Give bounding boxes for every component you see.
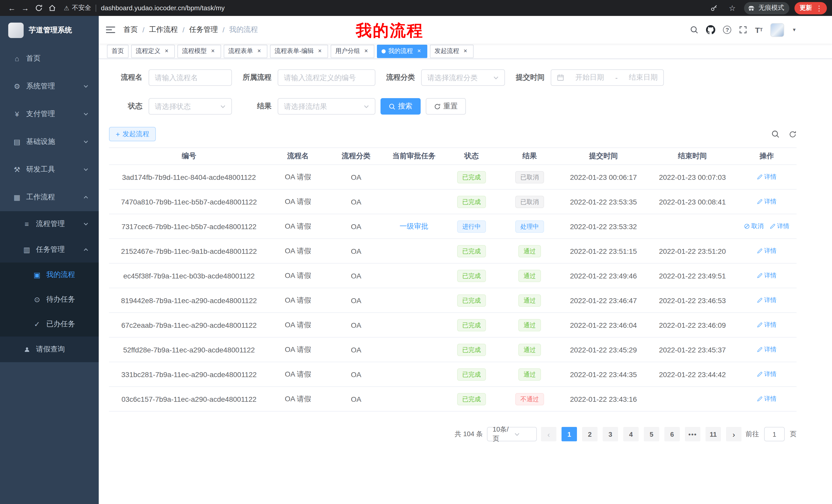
prev-page-button[interactable]: ‹ — [541, 427, 556, 441]
row-actions: 详情 — [737, 313, 797, 337]
caret-down-icon[interactable]: ▼ — [792, 27, 797, 32]
hamburger-icon[interactable] — [106, 26, 115, 34]
close-icon[interactable]: × — [415, 48, 423, 55]
search-toggle-icon[interactable] — [771, 130, 780, 138]
process-name-input[interactable] — [149, 69, 232, 86]
page-button[interactable]: 3 — [603, 427, 618, 441]
sidebar-item[interactable]: ¥支付管理 — [0, 100, 99, 128]
sidebar-item[interactable]: ▤基础设施 — [0, 128, 99, 156]
sidebar-item[interactable]: ⌂首页 — [0, 45, 99, 73]
page-button[interactable]: 11 — [705, 427, 721, 441]
status-field[interactable] — [155, 102, 217, 110]
edit-icon — [757, 298, 762, 303]
sidebar-item[interactable]: ▦工作流程 — [0, 184, 99, 211]
page-button[interactable]: 5 — [644, 427, 659, 441]
page-button[interactable]: 1 — [562, 427, 577, 441]
detail-button[interactable]: 详情 — [757, 320, 777, 329]
sidebar-item[interactable]: 请假查询 — [0, 337, 99, 362]
sidebar-item[interactable]: ⚒研发工具 — [0, 156, 99, 184]
more-pages-button[interactable]: ••• — [685, 427, 700, 441]
detail-button[interactable]: 详情 — [757, 296, 777, 305]
forward-icon[interactable]: → — [19, 1, 32, 15]
close-icon[interactable]: × — [209, 48, 216, 55]
process-def-field[interactable] — [284, 74, 369, 82]
result-select[interactable] — [278, 98, 375, 115]
view-tab[interactable]: 发起流程× — [430, 45, 474, 58]
sidebar-item[interactable]: ≡流程管理 — [0, 211, 99, 237]
task-link[interactable]: 一级审批 — [399, 222, 428, 230]
close-icon[interactable]: × — [363, 48, 370, 55]
back-icon[interactable]: ← — [5, 1, 19, 15]
detail-button[interactable]: 详情 — [757, 395, 777, 403]
action-label: 取消 — [751, 222, 763, 231]
page-size-select[interactable]: 10条/页 — [487, 427, 537, 441]
goto-label: 前往 — [746, 429, 759, 439]
row-category: OA — [327, 165, 385, 189]
page-button[interactable]: 2 — [582, 427, 598, 441]
sidebar-item[interactable]: ✓已办任务 — [0, 312, 99, 337]
view-tab[interactable]: 流程模型× — [177, 45, 221, 58]
goto-page-input[interactable] — [764, 427, 785, 441]
home-icon[interactable] — [45, 1, 59, 15]
sidebar-item[interactable]: ▥任务管理 — [0, 237, 99, 262]
address-bar[interactable]: ⚠ 不安全 dashboard.yudao.iocoder.cn/bpm/tas… — [64, 4, 702, 12]
detail-button[interactable]: 详情 — [770, 222, 789, 231]
result-field[interactable] — [284, 102, 361, 110]
submit-time-range[interactable]: 开始日期 - 结束日期 — [551, 69, 664, 86]
view-tab[interactable]: 流程表单× — [224, 45, 267, 58]
reset-button[interactable]: 重置 — [426, 98, 466, 115]
detail-button[interactable]: 详情 — [757, 370, 777, 379]
detail-button[interactable]: 详情 — [757, 197, 777, 206]
logo[interactable]: 芋道管理系统 — [0, 16, 99, 45]
password-key-icon[interactable] — [707, 1, 721, 15]
update-button[interactable]: 更新 ⋮ — [795, 2, 827, 14]
detail-button[interactable]: 详情 — [757, 247, 777, 255]
avatar[interactable] — [770, 23, 784, 37]
process-name-field[interactable] — [155, 74, 226, 82]
github-icon[interactable] — [706, 25, 716, 34]
breadcrumb-item[interactable]: 任务管理 — [189, 25, 218, 34]
cancel-button[interactable]: 取消 — [744, 222, 763, 231]
sidebar-item[interactable]: ⊙待办任务 — [0, 287, 99, 312]
page-button[interactable]: 4 — [623, 427, 639, 441]
process-def-input[interactable] — [278, 69, 375, 86]
view-tab[interactable]: 流程定义× — [131, 45, 175, 58]
detail-button[interactable]: 详情 — [757, 345, 777, 354]
end-date-placeholder[interactable]: 结束日期 — [629, 73, 658, 82]
view-tab[interactable]: 首页 — [107, 45, 129, 58]
breadcrumb-item[interactable]: 工作流程 — [149, 25, 178, 34]
sidebar-menu: ⌂首页⚙系统管理¥支付管理▤基础设施⚒研发工具▦工作流程≡流程管理▥任务管理▣我… — [0, 45, 99, 362]
close-icon[interactable]: × — [163, 48, 170, 55]
close-icon[interactable]: × — [462, 48, 469, 55]
view-tab[interactable]: 我的流程× — [377, 45, 427, 58]
refresh-icon[interactable] — [789, 130, 797, 138]
start-process-button[interactable]: + 发起流程 — [109, 127, 156, 141]
incognito-badge[interactable]: 无痕模式 — [744, 2, 789, 14]
sidebar-item[interactable]: ⚙系统管理 — [0, 73, 99, 100]
page-button[interactable]: 6 — [665, 427, 680, 441]
reload-icon[interactable] — [32, 1, 45, 15]
view-tab[interactable]: 流程表单-编辑× — [270, 45, 328, 58]
start-date-placeholder[interactable]: 开始日期 — [575, 73, 604, 82]
search-icon[interactable] — [690, 26, 699, 34]
search-button[interactable]: 搜索 — [381, 98, 421, 115]
fullscreen-icon[interactable] — [739, 26, 747, 34]
status-select[interactable] — [149, 98, 232, 115]
font-size-icon[interactable]: TT — [755, 25, 762, 34]
close-icon[interactable]: × — [256, 48, 263, 55]
sidebar-item[interactable]: ▣我的流程 — [0, 262, 99, 287]
next-page-button[interactable]: › — [726, 427, 742, 441]
sidebar-item-label: 任务管理 — [36, 245, 65, 254]
category-select[interactable] — [421, 69, 505, 86]
row-name: OA 请假 — [269, 214, 327, 239]
menu-dots-icon[interactable]: ⋮ — [814, 4, 824, 12]
help-icon[interactable]: ? — [723, 26, 731, 34]
breadcrumb-item[interactable]: 首页 — [123, 25, 138, 34]
bookmark-star-icon[interactable]: ☆ — [726, 1, 739, 15]
detail-button[interactable]: 详情 — [757, 173, 777, 181]
chevron-down-icon — [83, 84, 88, 89]
category-field[interactable] — [427, 74, 490, 82]
detail-button[interactable]: 详情 — [757, 271, 777, 280]
close-icon[interactable]: × — [316, 48, 323, 55]
view-tab[interactable]: 用户分组× — [331, 45, 374, 58]
